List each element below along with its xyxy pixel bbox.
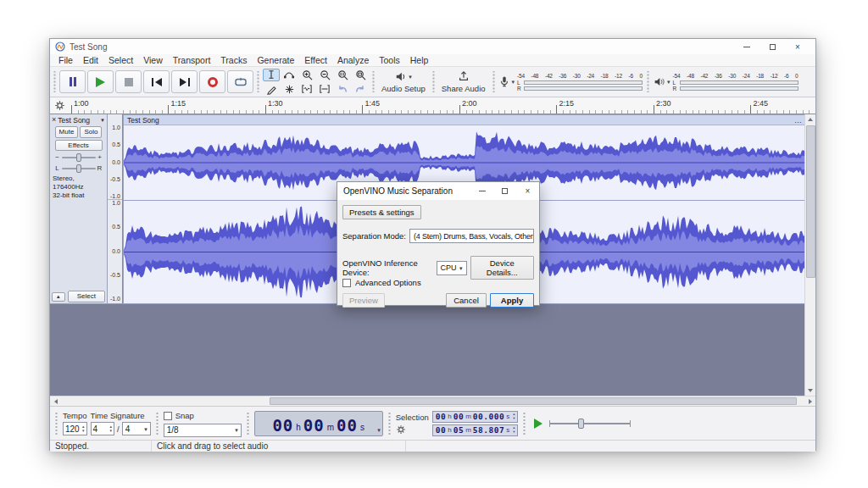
toolbar-grip[interactable]	[371, 71, 376, 92]
zoom-selection-button[interactable]	[334, 69, 351, 81]
cancel-button[interactable]: Cancel	[446, 293, 487, 308]
track-menu-icon[interactable]: ▼	[100, 118, 105, 123]
selection-end-seconds[interactable]: 58.807	[473, 425, 504, 435]
vertical-scale-ruler[interactable]: 1.00.50.0-0.5-1.0 1.00.50.0-0.5-1.0	[108, 114, 123, 304]
collapse-track-button[interactable]: ▴	[52, 292, 65, 302]
menu-item-tracks[interactable]: Tracks	[215, 55, 252, 65]
menu-item-select[interactable]: Select	[103, 55, 138, 65]
menu-item-file[interactable]: File	[53, 55, 78, 65]
selection-start-minutes[interactable]: 00	[453, 412, 464, 421]
selection-end-minutes[interactable]: 05	[453, 425, 464, 435]
horizontal-scrollbar[interactable]	[50, 396, 815, 406]
pause-button[interactable]	[59, 70, 86, 93]
multi-tool-button[interactable]	[281, 83, 298, 96]
maximize-button[interactable]	[760, 40, 785, 53]
snap-checkbox[interactable]	[164, 412, 172, 420]
toolbar-grip[interactable]	[256, 71, 260, 92]
stop-button[interactable]	[115, 70, 142, 93]
toolbar-grip[interactable]	[246, 412, 250, 435]
toolbar-grip[interactable]	[155, 412, 159, 435]
time-signature-upper-value[interactable]: 4	[93, 424, 108, 434]
playback-meter[interactable]: ▾ -54-48-42-36-30-24-18-12-60 LR	[651, 69, 801, 95]
menu-item-edit[interactable]: Edit	[78, 55, 103, 65]
draw-tool-button[interactable]	[263, 83, 280, 96]
horizontal-scrollbar-thumb[interactable]	[270, 397, 798, 405]
vertical-scrollbar-thumb[interactable]	[806, 125, 815, 278]
play-at-speed-button[interactable]	[534, 419, 542, 429]
play-button[interactable]	[87, 70, 114, 93]
scroll-down-arrow[interactable]	[805, 385, 815, 396]
selection-tool-button[interactable]	[263, 69, 280, 81]
dialog-maximize-button[interactable]	[493, 182, 516, 200]
skip-to-start-button[interactable]	[143, 70, 170, 93]
gain-slider-thumb[interactable]	[76, 153, 81, 162]
selection-end-hours[interactable]: 00	[436, 425, 446, 435]
play-speed-slider[interactable]	[549, 423, 631, 424]
spin-down-icon[interactable]: ▾	[82, 429, 85, 433]
time-signature-lower-select[interactable]: 4 ▾	[122, 422, 151, 435]
track-close-icon[interactable]: ×	[52, 116, 56, 124]
menu-item-view[interactable]: View	[138, 55, 168, 65]
gain-slider[interactable]: − +	[52, 152, 105, 162]
silence-audio-button[interactable]	[316, 83, 333, 96]
menu-item-generate[interactable]: Generate	[252, 55, 299, 65]
position-hours[interactable]: 00	[272, 418, 293, 434]
scroll-left-arrow[interactable]	[50, 396, 61, 407]
select-track-button[interactable]: Select	[68, 291, 105, 302]
scroll-right-arrow[interactable]	[804, 396, 815, 407]
toolbar-grip[interactable]	[54, 412, 58, 435]
tempo-input[interactable]: 120 ▴▾	[63, 422, 87, 435]
pan-slider[interactable]: L R	[52, 164, 105, 173]
menu-item-tools[interactable]: Tools	[374, 55, 405, 65]
close-button[interactable]: ×	[785, 40, 810, 53]
selection-end-field[interactable]: 00 h 05 m 58.807 s ▴▾	[432, 424, 519, 436]
gain-slider-track[interactable]	[62, 157, 96, 158]
toolbar-grip[interactable]	[387, 412, 392, 435]
inference-device-select[interactable]: CPU ▾	[437, 261, 467, 275]
toolbar-grip[interactable]	[646, 71, 650, 92]
selection-start-seconds[interactable]: 00.000	[473, 412, 504, 421]
record-button[interactable]	[199, 70, 225, 93]
toolbar-grip[interactable]	[431, 71, 436, 92]
advanced-options-checkbox[interactable]	[342, 279, 351, 287]
trim-audio-button[interactable]	[298, 83, 315, 96]
title-bar[interactable]: Test Song ×	[50, 39, 815, 54]
timeline-ruler[interactable]: 1:001:151:301:452:002:152:302:45	[50, 97, 815, 114]
toolbar-grip[interactable]	[53, 71, 57, 92]
menu-item-help[interactable]: Help	[405, 55, 434, 65]
pan-slider-track[interactable]	[62, 168, 96, 169]
play-speed-slider-thumb[interactable]	[578, 419, 584, 429]
menu-item-analyze[interactable]: Analyze	[332, 55, 374, 65]
snap-interval-select[interactable]: 1/8 ▾	[164, 424, 242, 437]
spin-down-icon[interactable]: ▾	[110, 429, 113, 433]
dialog-minimize-button[interactable]	[470, 182, 493, 200]
recording-meter[interactable]: ▾ -54-48-42-36-30-24-18-12-60 LR	[497, 69, 646, 95]
separation-mode-select[interactable]: (4 Stem) Drums, Bass, Vocals, Others ▾	[409, 229, 534, 243]
zoom-in-button[interactable]	[298, 69, 315, 81]
redo-button[interactable]	[352, 83, 369, 96]
selection-options-gear-icon[interactable]	[396, 424, 406, 435]
preview-button[interactable]: Preview	[342, 293, 385, 308]
time-signature-upper-input[interactable]: 4 ▴▾	[91, 422, 115, 435]
share-audio-button[interactable]: Share Audio	[437, 69, 491, 95]
skip-to-end-button[interactable]	[171, 70, 198, 93]
selection-start-hours[interactable]: 00	[436, 412, 446, 421]
presets-settings-button[interactable]: Presets & settings	[342, 205, 421, 219]
spin-down-icon[interactable]: ▾	[513, 430, 515, 435]
dialog-title-bar[interactable]: OpenVINO Music Separation ×	[337, 182, 539, 200]
toolbar-grip[interactable]	[522, 412, 526, 435]
track-name[interactable]: Test Song	[58, 116, 98, 125]
zoom-fit-button[interactable]	[352, 69, 369, 81]
audio-setup-button[interactable]: ▾ Audio Setup	[376, 69, 431, 95]
vertical-scrollbar[interactable]	[804, 114, 815, 396]
pan-slider-thumb[interactable]	[76, 164, 81, 173]
scroll-up-arrow[interactable]	[805, 114, 815, 125]
dialog-close-button[interactable]: ×	[516, 182, 539, 200]
spin-down-icon[interactable]: ▾	[513, 417, 515, 421]
toolbar-grip[interactable]	[492, 71, 496, 92]
apply-button[interactable]: Apply	[490, 293, 534, 308]
menu-item-transport[interactable]: Transport	[168, 55, 216, 65]
position-seconds[interactable]: 00	[337, 418, 358, 434]
envelope-tool-button[interactable]	[281, 69, 298, 81]
undo-button[interactable]	[334, 83, 351, 96]
